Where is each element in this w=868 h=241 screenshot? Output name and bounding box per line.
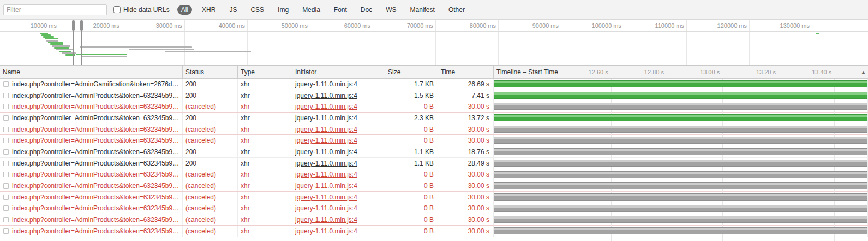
- status-cell: 200: [183, 79, 238, 90]
- filter-input[interactable]: [3, 4, 107, 15]
- overview-bar: [45, 38, 58, 39]
- column-header-type[interactable]: Type: [238, 66, 292, 78]
- column-header-timeline[interactable]: Timeline – Start Time 12.60 s12.80 s13.0…: [494, 66, 868, 78]
- filter-doc[interactable]: Doc: [357, 5, 376, 15]
- filter-all[interactable]: All: [177, 5, 192, 15]
- request-name-cell[interactable]: index.php?controller=AdminGamification&t…: [0, 79, 183, 90]
- request-name-cell[interactable]: index.php?controller=AdminProducts&token…: [0, 158, 183, 169]
- overview-selection-handle-left[interactable]: [72, 20, 75, 31]
- initiator-cell[interactable]: jquery-1.11.0.min.js:4: [292, 203, 385, 214]
- sort-ascending-icon[interactable]: ▲: [861, 69, 866, 75]
- size-cell: 0 B: [385, 180, 438, 191]
- request-name-cell[interactable]: index.php?controller=AdminProducts&token…: [0, 124, 183, 135]
- request-name-cell[interactable]: index.php?controller=AdminProducts&token…: [0, 180, 183, 191]
- table-row[interactable]: index.php?controller=AdminProducts&token…: [0, 214, 868, 226]
- table-row[interactable]: index.php?controller=AdminProducts&token…: [0, 169, 868, 181]
- size-cell: 0 B: [385, 124, 438, 135]
- resource-icon: [3, 138, 9, 143]
- initiator-link[interactable]: jquery-1.11.0.min.js:4: [295, 160, 357, 167]
- initiator-link[interactable]: jquery-1.11.0.min.js:4: [295, 103, 357, 110]
- filter-xhr[interactable]: XHR: [198, 5, 219, 15]
- requests-table-body: index.php?controller=AdminGamification&t…: [0, 79, 868, 241]
- filter-other[interactable]: Other: [445, 5, 469, 15]
- initiator-link[interactable]: jquery-1.11.0.min.js:4: [295, 137, 357, 144]
- table-row[interactable]: index.php?controller=AdminProducts&token…: [0, 124, 868, 136]
- table-row[interactable]: index.php?controller=AdminProducts&token…: [0, 146, 868, 158]
- initiator-link[interactable]: jquery-1.11.0.min.js:4: [295, 204, 357, 212]
- hide-data-urls[interactable]: Hide data URLs: [113, 6, 170, 14]
- initiator-cell[interactable]: jquery-1.11.0.min.js:4: [292, 113, 385, 124]
- table-row[interactable]: index.php?controller=AdminProducts&token…: [0, 158, 868, 169]
- initiator-cell[interactable]: jquery-1.11.0.min.js:4: [292, 214, 385, 225]
- column-header-size[interactable]: Size: [385, 66, 438, 78]
- table-row[interactable]: index.php?controller=AdminProducts&token…: [0, 113, 868, 124]
- type-cell: xhr: [238, 124, 292, 135]
- request-name-cell[interactable]: index.php?controller=AdminProducts&token…: [0, 214, 183, 225]
- initiator-cell[interactable]: jquery-1.11.0.min.js:4: [292, 158, 385, 169]
- initiator-cell[interactable]: jquery-1.11.0.min.js:4: [292, 192, 385, 203]
- overview-bar: [165, 51, 251, 52]
- initiator-link[interactable]: jquery-1.11.0.min.js:4: [295, 171, 357, 178]
- filter-media[interactable]: Media: [298, 5, 324, 15]
- table-row[interactable]: index.php?controller=AdminGamification&t…: [0, 79, 868, 90]
- table-row[interactable]: index.php?controller=AdminProducts&token…: [0, 192, 868, 203]
- column-header-name[interactable]: Name: [0, 66, 183, 78]
- initiator-cell[interactable]: jquery-1.11.0.min.js:4: [292, 101, 385, 112]
- request-name-cell[interactable]: index.php?controller=AdminProducts&token…: [0, 101, 183, 112]
- network-overview-strip[interactable]: 10000 ms20000 ms30000 ms40000 ms50000 ms…: [0, 20, 868, 66]
- initiator-link[interactable]: jquery-1.11.0.min.js:4: [295, 80, 357, 88]
- waterfall-cell: [494, 169, 868, 180]
- request-name-cell[interactable]: index.php?controller=AdminProducts&token…: [0, 203, 183, 214]
- filter-js[interactable]: JS: [225, 5, 241, 15]
- request-name-cell[interactable]: index.php?controller=AdminProducts&token…: [0, 192, 183, 203]
- table-row[interactable]: index.php?controller=AdminProducts&token…: [0, 135, 868, 146]
- initiator-cell[interactable]: jquery-1.11.0.min.js:4: [292, 90, 385, 101]
- resource-icon: [3, 93, 9, 98]
- request-name-cell[interactable]: index.php?controller=AdminProducts&token…: [0, 113, 183, 124]
- initiator-link[interactable]: jquery-1.11.0.min.js:4: [295, 216, 357, 224]
- status-cell: 200: [183, 113, 238, 124]
- initiator-link[interactable]: jquery-1.11.0.min.js:4: [295, 92, 357, 99]
- initiator-link[interactable]: jquery-1.11.0.min.js:4: [295, 114, 357, 122]
- initiator-cell[interactable]: jquery-1.11.0.min.js:4: [292, 135, 385, 146]
- waterfall-bar: [494, 171, 868, 178]
- initiator-cell[interactable]: jquery-1.11.0.min.js:4: [292, 124, 385, 135]
- request-name-cell[interactable]: index.php?controller=AdminProducts&token…: [0, 135, 183, 146]
- type-cell: xhr: [238, 158, 292, 169]
- time-cell: 18.76 s: [438, 146, 494, 157]
- filter-ws[interactable]: WS: [382, 5, 400, 15]
- filter-font[interactable]: Font: [330, 5, 351, 15]
- size-cell: 0 B: [385, 203, 438, 214]
- request-name-cell[interactable]: index.php?controller=AdminProducts&token…: [0, 169, 183, 180]
- initiator-cell[interactable]: jquery-1.11.0.min.js:4: [292, 180, 385, 191]
- hide-data-urls-checkbox[interactable]: [113, 6, 121, 13]
- table-row[interactable]: index.php?controller=AdminProducts&token…: [0, 180, 868, 192]
- table-row[interactable]: index.php?controller=AdminProducts&token…: [0, 203, 868, 215]
- request-name-cell[interactable]: index.php?controller=AdminProducts&token…: [0, 146, 183, 157]
- initiator-cell[interactable]: jquery-1.11.0.min.js:4: [292, 226, 385, 237]
- request-name-cell[interactable]: index.php?controller=AdminProducts&token…: [0, 90, 183, 101]
- initiator-link[interactable]: jquery-1.11.0.min.js:4: [295, 193, 357, 201]
- size-cell: 2.3 KB: [385, 113, 438, 124]
- initiator-cell[interactable]: jquery-1.11.0.min.js:4: [292, 169, 385, 180]
- column-header-time[interactable]: Time: [438, 66, 494, 78]
- column-header-status[interactable]: Status: [183, 66, 238, 78]
- initiator-cell[interactable]: jquery-1.11.0.min.js:4: [292, 79, 385, 90]
- initiator-link[interactable]: jquery-1.11.0.min.js:4: [295, 148, 357, 156]
- filter-manifest[interactable]: Manifest: [406, 5, 439, 15]
- waterfall-cell: [494, 192, 868, 203]
- table-row[interactable]: index.php?controller=AdminProducts&token…: [0, 226, 868, 237]
- overview-selection-handle-right[interactable]: [80, 20, 83, 31]
- table-row[interactable]: index.php?controller=AdminProducts&token…: [0, 101, 868, 113]
- initiator-cell[interactable]: jquery-1.11.0.min.js:4: [292, 146, 385, 157]
- table-row[interactable]: index.php?controller=AdminProducts&token…: [0, 90, 868, 102]
- initiator-link[interactable]: jquery-1.11.0.min.js:4: [295, 182, 357, 190]
- status-cell: (canceled): [183, 180, 238, 191]
- filter-css[interactable]: CSS: [247, 5, 268, 15]
- initiator-link[interactable]: jquery-1.11.0.min.js:4: [295, 126, 357, 133]
- type-cell: xhr: [238, 192, 292, 203]
- filter-img[interactable]: Img: [274, 5, 292, 15]
- column-header-initiator[interactable]: Initiator: [292, 66, 385, 78]
- request-name-cell[interactable]: index.php?controller=AdminProducts&token…: [0, 226, 183, 237]
- initiator-link[interactable]: jquery-1.11.0.min.js:4: [295, 227, 357, 235]
